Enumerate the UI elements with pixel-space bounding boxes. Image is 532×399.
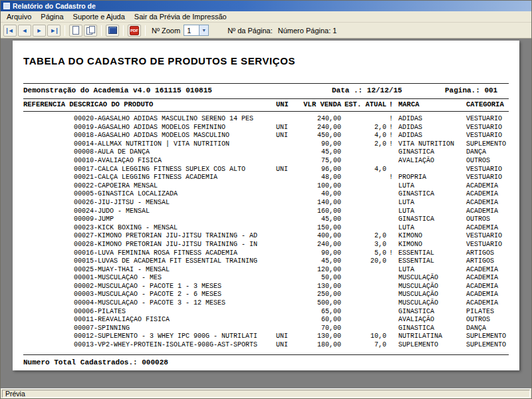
table-row: 00008-AULA DE DANÇA 45,00 GINASTICA DANÇ… [23, 148, 509, 157]
cell-descricao: 00010-AVALIAÇÃO FISICA [23, 157, 276, 166]
last-page-button[interactable]: ►| [47, 25, 61, 37]
multi-page-view-button[interactable] [84, 25, 97, 37]
cell-categoria: VESTUARIO [465, 115, 509, 124]
cell-flag [386, 232, 396, 241]
cell-marca: ESSENTIAL [396, 257, 465, 266]
cell-est-atual [341, 283, 386, 291]
next-page-button[interactable]: ► [33, 25, 46, 37]
cell-est-atual [341, 308, 386, 317]
cell-uni: UNI [276, 124, 299, 132]
table-row: 00007-SPINNING 70,00 GINASTICA DANÇA [23, 325, 509, 333]
table-row: 00005-GINÁSTICA LOCALIZADA 40,00 GINASTI… [23, 190, 509, 199]
cell-est-atual: 3,0 [341, 241, 386, 249]
cell-descricao: 00028-KIMONO PRETORIAN JIU-JÍTSU TRAININ… [23, 241, 276, 249]
cell-marca: GINASTICA [396, 190, 465, 199]
table-row: 00002-MUSCULAÇÃO - PACOTE 1 - 3 MESES 13… [23, 283, 509, 291]
report-app-line: Demonstração do Academia v4.0 161115 010… [23, 86, 332, 96]
menu-pagina[interactable]: Página [36, 12, 68, 21]
table-row: 00006-PILATES 65,00 GINASTICA PILATES [23, 308, 509, 317]
menu-suporte-e-ajuda[interactable]: Suporte e Ajuda [68, 12, 130, 21]
chevron-down-icon[interactable]: ▼ [199, 25, 208, 35]
cell-flag [386, 190, 396, 199]
cell-est-atual [341, 157, 386, 166]
previous-page-button[interactable]: ◄ [18, 25, 31, 37]
cell-uni [276, 299, 299, 308]
cell-uni [276, 174, 299, 182]
cell-descricao: 00015-LUVAS DE ACADEMIA FIT ESSENTIAL TR… [23, 257, 276, 266]
divider [23, 354, 509, 355]
column-header-flag: ! [386, 99, 396, 110]
first-page-button[interactable]: |◄ [3, 25, 17, 37]
cell-vlr-venda: 160,00 [299, 207, 341, 216]
toolbar-separator [65, 25, 65, 36]
cell-marca: MUSCULAÇÃO [396, 299, 465, 308]
print-button[interactable] [106, 25, 119, 37]
title-bar: Relatório do Cadastro de [1, 1, 531, 11]
export-pdf-button[interactable]: PDF [128, 25, 141, 37]
divider [23, 83, 509, 84]
cell-descricao: 00017-CALCA LEGGING FITNESS SUPLEX COS A… [23, 166, 276, 174]
cell-marca: VITA NUTRITION [396, 140, 465, 149]
cell-vlr-venda: 100,00 [299, 182, 341, 191]
cell-flag [386, 257, 396, 266]
single-page-view-button[interactable] [69, 25, 82, 37]
table-row: 00023-KICK BOXING - MENSAL 150,00 LUTA A… [23, 224, 509, 233]
first-page-icon: |◄ [6, 27, 13, 34]
cell-uni: UNI [276, 132, 299, 140]
cell-flag [386, 299, 396, 308]
table-row: 00018-AGASALHO ADIDAS MODELOS MASCULINO … [23, 132, 509, 140]
cell-descricao: 00004-MUSCULAÇÃO - PACOTE 3 - 12 MESES [23, 299, 276, 308]
column-header-vlr-venda: VLR VENDA [299, 99, 341, 110]
table-row: 00017-CALCA LEGGING FITNESS SUPLEX COS A… [23, 166, 509, 174]
cell-marca: LUTA [396, 199, 465, 207]
cell-flag [386, 166, 396, 174]
cell-categoria: SUPLEMENTO [465, 140, 509, 149]
cell-marca: LUTA [396, 224, 465, 233]
cell-categoria: VESTUARIO [465, 174, 509, 182]
cell-marca: AVALIAÇÃO [396, 157, 465, 166]
cell-uni [276, 316, 299, 325]
cell-est-atual [341, 207, 386, 216]
cell-marca: ADIDAS [396, 124, 465, 132]
table-row: 00028-KIMONO PRETORIAN JIU-JÍTSU TRAININ… [23, 241, 509, 249]
previous-page-icon: ◄ [22, 27, 28, 34]
menu-sair-da-previa[interactable]: Sair da Prévia de Impressão [130, 12, 231, 21]
cell-descricao: 00022-CAPOEIRA MENSAL [23, 182, 276, 191]
menu-bar: Arquivo Página Suporte e Ajuda Sair da P… [1, 11, 531, 23]
cell-est-atual [341, 274, 386, 283]
cell-marca: PROPRIA [396, 174, 465, 182]
cell-descricao: 00019-AGASALHO ADIDAS MODELOS FEMININO [23, 124, 276, 132]
cell-uni [276, 115, 299, 124]
cell-flag [386, 291, 396, 299]
cell-flag [386, 224, 396, 233]
cell-uni [276, 199, 299, 207]
cell-est-atual [341, 299, 386, 308]
cell-descricao: 00025-MUAY-THAI - MENSAL [23, 266, 276, 275]
cell-uni [276, 266, 299, 275]
cell-flag [386, 316, 396, 325]
cell-est-atual: 7,0 [341, 341, 386, 350]
cell-uni [276, 249, 299, 258]
cell-vlr-venda: 130,00 [299, 283, 341, 291]
table-row: 00016-LUVA FEMININA ROSA FITNESS ACADEMI… [23, 249, 509, 258]
cell-est-atual [341, 190, 386, 199]
cell-est-atual: 2,0 [341, 232, 386, 241]
cell-est-atual: 10,0 [341, 332, 386, 341]
cell-est-atual: 4,0 [341, 166, 386, 174]
cell-descricao: 00021-CALÇA LEGGING FITNESS ACADEMIA [23, 174, 276, 182]
menu-arquivo[interactable]: Arquivo [2, 12, 36, 21]
window-title: Relatório do Cadastro de [13, 2, 96, 10]
cell-flag [386, 241, 396, 249]
cell-descricao: 00024-JUDÔ - MENSAL [23, 207, 276, 216]
cell-marca: ESSENTIAL [396, 249, 465, 258]
table-row: 00024-JUDÔ - MENSAL 160,00 LUTA ACADEMIA [23, 207, 509, 216]
cell-est-atual: 20,0 [341, 257, 386, 266]
cell-vlr-venda: 96,00 [299, 166, 341, 174]
cell-marca: NUTRILATINA [396, 332, 465, 341]
cell-categoria: ACADEMIA [465, 283, 509, 291]
cell-vlr-venda: 65,00 [299, 308, 341, 317]
cell-categoria: VESTUARIO [465, 166, 509, 174]
report-page: TABELA DO CADASTRO DE PRODUTOS E SERVIÇO… [13, 41, 519, 370]
cell-descricao: 00027-KIMONO PRETORIAN JIU-JÍTSU TRAININ… [23, 232, 276, 241]
zoom-select[interactable]: 1 ▼ [184, 25, 209, 36]
